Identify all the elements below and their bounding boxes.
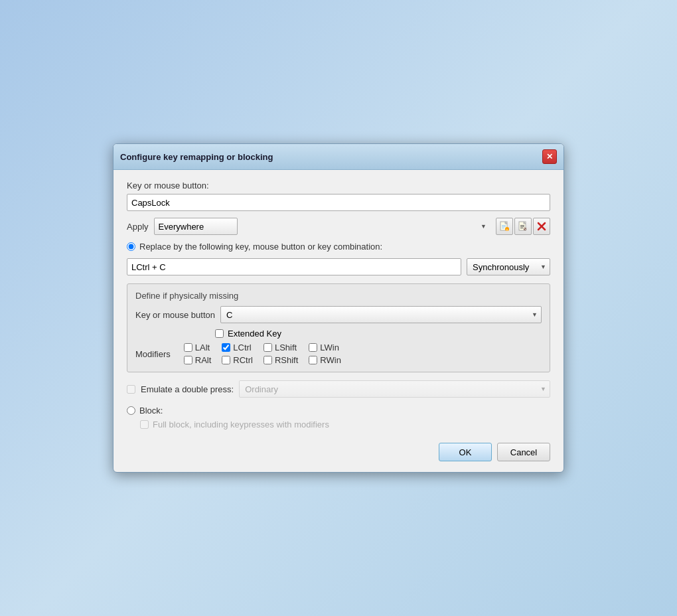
key-input[interactable] <box>127 194 550 211</box>
apply-row: Apply Everywhere Active window only Spec… <box>127 218 550 235</box>
replace-radio-label: Replace by the following key, mouse butt… <box>139 242 382 252</box>
lshift-checkbox[interactable] <box>263 343 272 352</box>
replace-input[interactable] <box>127 258 461 275</box>
double-press-row: Emulate a double press: Ordinary <box>127 380 550 398</box>
modifier-rwin: RWin <box>309 355 341 365</box>
modifiers-row: Modifiers LAlt LCtrl <box>135 343 542 365</box>
full-block-checkbox[interactable] <box>140 420 149 429</box>
svg-rect-10 <box>520 226 524 227</box>
dialog-title: Configure key remapping or blocking <box>120 152 273 162</box>
apply-select-wrapper: Everywhere Active window only Specific a… <box>154 218 490 235</box>
svg-rect-2 <box>502 225 506 226</box>
apply-label: Apply <box>127 222 149 232</box>
modifier-rctrl: RCtrl <box>222 355 253 365</box>
lwin-checkbox[interactable] <box>309 343 317 352</box>
full-block-label: Full block, including keypresses with mo… <box>153 420 329 429</box>
key-select-wrapper: C <box>220 306 542 323</box>
modifiers-label: Modifiers <box>135 349 171 359</box>
configure-dialog: Configure key remapping or blocking ✕ Ke… <box>113 143 564 473</box>
ralt-checkbox[interactable] <box>184 356 192 364</box>
modifiers-grid: LAlt LCtrl LShift LWin <box>184 343 341 365</box>
modifier-lctrl: LCtrl <box>222 343 253 352</box>
svg-rect-3 <box>502 226 506 227</box>
modifier-rshift: RShift <box>263 355 298 365</box>
new-doc-icon: + <box>499 221 510 232</box>
sync-wrapper: Synchronously Asynchronously <box>467 258 550 275</box>
define-title: Define if physically missing <box>135 291 542 301</box>
rctrl-checkbox[interactable] <box>222 356 230 364</box>
toolbar-icons: + <box>496 218 550 235</box>
modifier-lalt: LAlt <box>184 343 212 352</box>
cancel-button[interactable]: Cancel <box>497 443 550 461</box>
block-radio-row: Block: <box>127 406 550 416</box>
sync-dropdown[interactable]: Synchronously Asynchronously <box>467 258 550 275</box>
modifier-ralt: RAlt <box>184 355 212 365</box>
svg-rect-9 <box>520 225 524 226</box>
lalt-checkbox[interactable] <box>184 343 192 352</box>
replace-radio[interactable] <box>127 242 135 251</box>
modifier-lwin: LWin <box>309 343 341 352</box>
modifier-lshift: LShift <box>263 343 298 352</box>
block-radio[interactable] <box>127 406 135 415</box>
toolbar-btn-1[interactable]: + <box>496 218 513 235</box>
key-mouse-label: Key or mouse button <box>135 310 215 320</box>
full-block-row: Full block, including keypresses with mo… <box>127 420 550 429</box>
title-bar: Configure key remapping or blocking ✕ <box>113 144 564 170</box>
svg-rect-11 <box>520 228 523 228</box>
key-mouse-row: Key or mouse button C <box>135 306 542 323</box>
double-press-checkbox[interactable] <box>127 385 135 394</box>
double-press-select-wrapper: Ordinary <box>239 380 550 398</box>
extended-key-checkbox[interactable] <box>215 329 224 338</box>
modifiers-checkboxes: LAlt LCtrl LShift LWin <box>184 343 341 365</box>
close-button[interactable]: ✕ <box>542 149 557 164</box>
edit-doc-icon <box>518 221 528 232</box>
svg-text:+: + <box>506 228 508 232</box>
double-press-dropdown[interactable]: Ordinary <box>239 380 550 398</box>
dialog-content: Key or mouse button: Apply Everywhere Ac… <box>113 170 564 472</box>
rwin-checkbox[interactable] <box>309 356 317 364</box>
replace-radio-row: Replace by the following key, mouse butt… <box>127 242 550 252</box>
rshift-checkbox[interactable] <box>263 356 272 364</box>
delete-icon <box>537 222 546 231</box>
toolbar-btn-delete[interactable] <box>533 218 550 235</box>
lctrl-checkbox[interactable] <box>222 343 230 352</box>
ok-button[interactable]: OK <box>439 443 492 461</box>
block-radio-label: Block: <box>139 406 163 416</box>
double-press-label: Emulate a double press: <box>141 384 234 394</box>
key-field-label: Key or mouse button: <box>127 181 550 191</box>
extended-key-label: Extended Key <box>228 329 281 339</box>
key-select-dropdown[interactable]: C <box>220 306 542 323</box>
apply-dropdown[interactable]: Everywhere Active window only Specific a… <box>154 218 238 235</box>
replace-input-row: Synchronously Asynchronously <box>127 258 550 275</box>
define-box: Define if physically missing Key or mous… <box>127 283 550 372</box>
toolbar-btn-2[interactable] <box>514 218 532 235</box>
extended-key-row: Extended Key <box>135 329 542 339</box>
svg-rect-4 <box>502 228 504 228</box>
button-row: OK Cancel <box>127 440 550 461</box>
